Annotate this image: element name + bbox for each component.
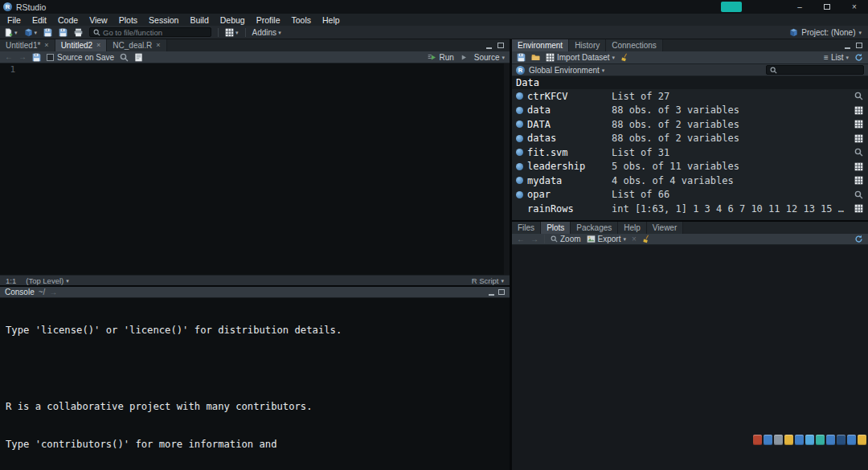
minimize-pane-button[interactable]	[845, 43, 850, 49]
environment-search[interactable]	[766, 65, 864, 75]
environment-object-row[interactable]: mydata 4 obs. of 4 variables	[512, 174, 868, 188]
environment-object-row[interactable]: data 88 obs. of 3 variables	[512, 104, 868, 118]
environment-scope-selector[interactable]: Global Environment	[529, 66, 604, 75]
app-icon[interactable]	[753, 435, 762, 445]
menu-tools[interactable]: Tools	[285, 15, 317, 25]
editor-scrollbar[interactable]	[504, 63, 510, 275]
back-icon[interactable]	[5, 53, 13, 61]
app-icon[interactable]	[805, 435, 814, 445]
expand-object-icon[interactable]	[516, 177, 523, 184]
view-table-button[interactable]	[854, 134, 863, 143]
console-popout-icon[interactable]	[49, 288, 57, 296]
new-file-button[interactable]	[4, 28, 18, 37]
save-icon[interactable]	[43, 28, 52, 37]
clear-plots-icon[interactable]	[642, 235, 651, 243]
maximize-window-button[interactable]	[813, 0, 841, 14]
view-table-button[interactable]	[854, 176, 863, 185]
app-icon[interactable]	[784, 435, 793, 445]
source-on-save-checkbox[interactable]: Source on Save	[47, 53, 114, 62]
app-icon[interactable]	[858, 435, 866, 445]
view-table-button[interactable]	[854, 162, 863, 171]
run-button[interactable]: Run	[428, 53, 453, 62]
environment-object-row[interactable]: DATA 88 obs. of 2 variables	[512, 117, 868, 132]
minimize-pane-button[interactable]	[486, 43, 492, 49]
tab-packages[interactable]: Packages	[571, 222, 618, 234]
source-button[interactable]: Source	[474, 53, 505, 62]
menu-file[interactable]: File	[2, 15, 27, 25]
app-icon[interactable]	[826, 435, 835, 445]
app-icon[interactable]	[816, 435, 825, 445]
expand-object-icon[interactable]	[516, 191, 523, 198]
print-icon[interactable]	[74, 28, 83, 37]
next-plot-icon[interactable]	[530, 235, 538, 243]
expand-object-icon[interactable]	[516, 163, 523, 170]
maximize-pane-button[interactable]	[856, 43, 862, 48]
app-icon[interactable]	[847, 435, 856, 445]
environment-object-row[interactable]: rainRows int [1:63, 1] 1 3 4 6 7 10 11 1…	[512, 202, 868, 216]
refresh-icon[interactable]	[854, 53, 863, 62]
expand-object-icon[interactable]	[516, 107, 523, 114]
goto-file-input[interactable]	[103, 28, 207, 37]
save-workspace-icon[interactable]	[517, 53, 526, 62]
environment-object-row[interactable]: fit.svm List of 31	[512, 145, 868, 160]
save-all-icon[interactable]	[59, 28, 68, 37]
menu-build[interactable]: Build	[184, 15, 214, 25]
environment-search-input[interactable]	[780, 66, 852, 75]
menu-help[interactable]: Help	[317, 15, 346, 25]
console-output[interactable]: Type 'license()' or 'licence()' for dist…	[0, 298, 510, 470]
tab-environment[interactable]: Environment	[512, 39, 569, 51]
app-icon[interactable]	[837, 435, 845, 445]
editor-text-area[interactable]	[21, 63, 504, 275]
close-window-button[interactable]	[841, 0, 868, 14]
load-workspace-icon[interactable]	[531, 53, 540, 62]
inspect-object-button[interactable]	[854, 92, 863, 100]
clear-workspace-icon[interactable]	[620, 53, 629, 62]
compile-report-icon[interactable]	[134, 53, 143, 62]
menu-profile[interactable]: Profile	[251, 15, 286, 25]
remove-plot-icon[interactable]	[632, 235, 637, 243]
tab-history[interactable]: History	[569, 39, 606, 51]
menu-debug[interactable]: Debug	[215, 15, 251, 25]
menu-code[interactable]: Code	[52, 15, 84, 25]
expand-object-icon[interactable]	[516, 121, 523, 128]
tab-viewer[interactable]: Viewer	[647, 222, 683, 234]
maximize-pane-button[interactable]	[497, 43, 504, 48]
rerun-icon[interactable]	[460, 53, 469, 62]
menu-session[interactable]: Session	[143, 15, 184, 25]
minimize-window-button[interactable]	[786, 0, 813, 14]
previous-plot-icon[interactable]	[517, 235, 525, 243]
menu-plots[interactable]: Plots	[113, 15, 143, 25]
addins-button[interactable]: Addins	[252, 28, 281, 37]
tab-plots[interactable]: Plots	[541, 222, 571, 234]
export-plot-button[interactable]: Export	[587, 235, 626, 243]
environment-object-row[interactable]: opar List of 66	[512, 188, 868, 202]
inspect-object-button[interactable]	[854, 190, 863, 199]
menu-view[interactable]: View	[84, 15, 113, 25]
app-icon[interactable]	[795, 435, 804, 445]
close-tab-icon[interactable]	[96, 42, 100, 49]
minimize-pane-button[interactable]	[489, 289, 494, 296]
menu-edit[interactable]: Edit	[27, 15, 52, 25]
save-icon[interactable]	[32, 53, 41, 62]
expand-object-icon[interactable]	[516, 92, 523, 100]
app-icon[interactable]	[774, 435, 783, 445]
tab-untitled1[interactable]: Untitled1*	[0, 39, 55, 51]
import-dataset-button[interactable]: Import Dataset	[546, 53, 615, 62]
zoom-plot-button[interactable]: Zoom	[551, 235, 581, 243]
environment-object-row[interactable]: leadership 5 obs. of 11 variables	[512, 160, 868, 174]
tab-help[interactable]: Help	[618, 222, 647, 234]
expand-object-icon[interactable]	[516, 149, 523, 156]
goto-file-search[interactable]	[89, 27, 211, 37]
tab-untitled2[interactable]: Untitled2	[55, 39, 108, 51]
forward-icon[interactable]	[18, 53, 27, 61]
code-editor[interactable]: 1	[0, 63, 510, 275]
tab-nc-deal[interactable]: NC_deal.R	[107, 39, 166, 51]
scope-selector[interactable]: (Top Level)	[26, 276, 69, 285]
tab-connections[interactable]: Connections	[606, 39, 663, 51]
view-table-button[interactable]	[854, 120, 863, 129]
inspect-object-button[interactable]	[854, 148, 863, 157]
tab-files[interactable]: Files	[512, 222, 541, 234]
project-selector[interactable]: Project: (None)	[789, 28, 864, 37]
app-icon[interactable]	[764, 435, 772, 445]
close-tab-icon[interactable]	[44, 42, 48, 49]
